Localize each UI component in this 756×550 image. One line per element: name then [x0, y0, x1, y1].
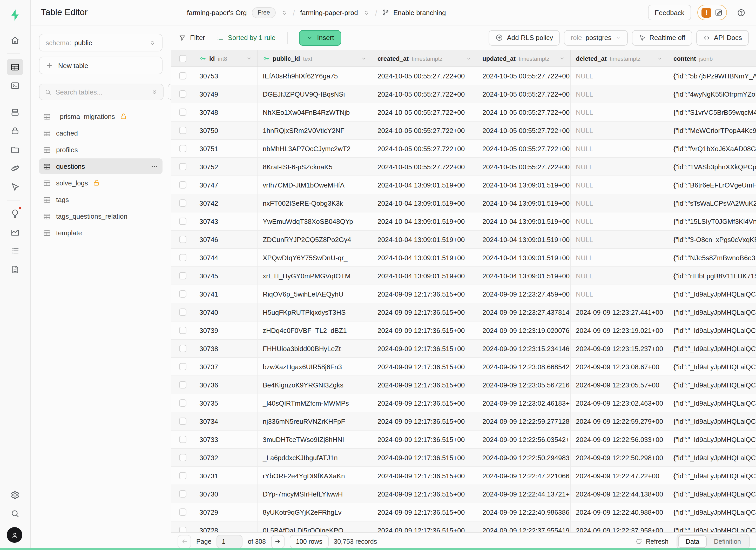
cell-created_at[interactable]: 2024-09-09 12:17:36.515+00	[372, 431, 477, 448]
filter-button[interactable]: Filter	[179, 34, 205, 42]
cell-content[interactable]: {"id":"_Id9aLyJpMHQLaiQC	[668, 412, 756, 430]
cell-id[interactable]: 30731	[194, 467, 258, 485]
cell-updated_at[interactable]: 2024-10-05 00:55:27.722+00	[477, 158, 571, 176]
cell-deleted_at[interactable]: 2024-09-09 12:23:05.57+00	[571, 376, 668, 394]
cell-deleted_at[interactable]: 2024-09-09 12:23:15.237+00	[571, 340, 668, 357]
api-docs-button[interactable]: API Docs	[696, 30, 749, 45]
cell-id[interactable]: 30740	[194, 303, 258, 321]
cell-updated_at[interactable]: 2024-10-05 00:55:27.722+00	[477, 122, 571, 139]
cell-content[interactable]: {"id":"_Id9aLyJpMHQLaiQC	[668, 321, 756, 339]
row-checkbox[interactable]	[179, 90, 186, 98]
cell-updated_at[interactable]: 2024-09-09 12:22:56.03542+00	[477, 431, 571, 448]
cell-id[interactable]: 30752	[194, 158, 258, 176]
row-checkbox[interactable]	[179, 363, 186, 370]
rail-item-table-editor[interactable]	[7, 59, 23, 75]
rail-item-account[interactable]	[7, 527, 22, 543]
rows-per-page-button[interactable]: 100 rows	[290, 535, 328, 548]
cell-public_id[interactable]: 3muDHTceTWso9IZj8hHNI	[258, 431, 372, 448]
cell-public_id[interactable]: 8yUKotr9qGYjK2eFRhgLv	[258, 503, 372, 521]
cell-id[interactable]: 30749	[194, 85, 258, 103]
cell-created_at[interactable]: 2024-10-04 13:09:01.519+00	[372, 176, 477, 194]
cell-created_at[interactable]: 2024-10-04 13:09:01.519+00	[372, 194, 477, 212]
cell-content[interactable]: {"id":"_Id9aLyJpMHQLaiQC	[668, 376, 756, 394]
rail-item-settings[interactable]	[7, 487, 23, 503]
cell-id[interactable]: 30751	[194, 140, 258, 157]
cell-public_id[interactable]: zHDq4c0F0VBF_TL2_dBZ1	[258, 321, 372, 339]
rail-item-command-search[interactable]	[7, 505, 23, 522]
next-page-button[interactable]	[271, 535, 285, 548]
row-checkbox[interactable]	[179, 436, 186, 443]
cell-id[interactable]: 30743	[194, 212, 258, 230]
cell-deleted_at[interactable]: NULL	[571, 158, 668, 176]
cell-public_id[interactable]: _l40sQIRTmMZfcm-MWMPs	[258, 394, 372, 412]
cell-id[interactable]: 30729	[194, 503, 258, 521]
column-menu-icon[interactable]	[466, 56, 471, 61]
cell-updated_at[interactable]: 2024-10-04 13:09:01.519+00	[477, 267, 571, 285]
cell-deleted_at[interactable]: NULL	[571, 212, 668, 230]
cell-created_at[interactable]: 2024-10-05 00:55:27.722+00	[372, 103, 477, 121]
cell-updated_at[interactable]: 2024-09-09 12:22:47.221066+00	[477, 467, 571, 485]
cell-id[interactable]: 30747	[194, 176, 258, 194]
previous-page-button[interactable]	[178, 535, 191, 548]
cell-public_id[interactable]: nj336mN5reuRVNZrKHFpF	[258, 412, 372, 430]
cell-content[interactable]: {"id":"B6tr6eEFLrOVgeUmH	[668, 176, 756, 194]
cell-content[interactable]: {"id":"_Id9aLyJpMHQLaiQC	[668, 503, 756, 521]
cell-created_at[interactable]: 2024-10-05 00:55:27.722+00	[372, 67, 477, 85]
cell-deleted_at[interactable]: NULL	[571, 285, 668, 303]
row-checkbox[interactable]	[179, 345, 186, 352]
cell-updated_at[interactable]: 2024-10-05 00:55:27.722+00	[477, 140, 571, 157]
cell-id[interactable]: 30733	[194, 431, 258, 448]
cell-deleted_at[interactable]: NULL	[571, 249, 668, 266]
row-checkbox[interactable]	[179, 199, 186, 207]
column-menu-icon[interactable]	[559, 56, 565, 61]
select-all-checkbox[interactable]	[179, 55, 186, 62]
cell-content[interactable]: {"id":"NJe5s8ZmBwnoB6e3	[668, 249, 756, 266]
cell-created_at[interactable]: 2024-09-09 12:17:36.515+00	[372, 394, 477, 412]
cell-id[interactable]: 30741	[194, 285, 258, 303]
cell-deleted_at[interactable]: NULL	[571, 231, 668, 248]
row-checkbox[interactable]	[179, 418, 186, 425]
cell-updated_at[interactable]: 2024-09-09 12:23:15.234146+00	[477, 340, 571, 357]
column-header-content[interactable]: contentjsonb	[668, 50, 756, 66]
row-checkbox[interactable]	[179, 109, 186, 116]
row-menu-icon[interactable]	[151, 162, 158, 170]
cell-content[interactable]: {"id":"fvrQ1bXoJ6XaAD08G	[668, 140, 756, 157]
tab-definition[interactable]: Definition	[707, 535, 748, 548]
cell-deleted_at[interactable]: NULL	[571, 122, 668, 139]
cell-deleted_at[interactable]: 2024-09-09 12:23:08.67+00	[571, 358, 668, 375]
plan-badge[interactable]: Free	[252, 7, 275, 18]
schema-select[interactable]: schema: public	[39, 34, 163, 51]
cell-content[interactable]: {"id":"S1vrVC5BrB59wqcM4	[668, 103, 756, 121]
cell-content[interactable]: {"id":"rtHbLpgB8V11LUK7152	[668, 267, 756, 285]
row-checkbox[interactable]	[179, 127, 186, 134]
cell-public_id[interactable]: nbMhHL3AP7OcCJymc2wT2	[258, 140, 372, 157]
cell-created_at[interactable]: 2024-09-09 12:17:36.515+00	[372, 521, 477, 532]
cell-content[interactable]: {"id":"_Id9aLyJpMHQLaiQC	[668, 358, 756, 375]
column-header-deleted_at[interactable]: deleted_attimestamptz	[571, 50, 668, 66]
cell-deleted_at[interactable]: NULL	[571, 140, 668, 157]
cell-created_at[interactable]: 2024-09-09 12:17:36.515+00	[372, 321, 477, 339]
rail-item-database[interactable]	[7, 104, 23, 120]
cell-created_at[interactable]: 2024-09-09 12:17:36.515+00	[372, 376, 477, 394]
chevrons-down-icon[interactable]	[151, 89, 158, 95]
cell-updated_at[interactable]: 2024-09-09 12:23:27.459+00	[477, 285, 571, 303]
chevrons-up-down-icon[interactable]	[363, 9, 370, 16]
cell-id[interactable]: 30750	[194, 122, 258, 139]
cell-content[interactable]: {"id":"_Id9aLyJpMHQLaiQC	[668, 467, 756, 485]
cell-created_at[interactable]: 2024-10-04 13:09:01.519+00	[372, 249, 477, 266]
row-checkbox[interactable]	[179, 508, 186, 516]
sidebar-table-solve_logs[interactable]: solve_logs	[39, 175, 163, 191]
sidebar-table-profiles[interactable]: profiles	[39, 142, 163, 157]
cell-deleted_at[interactable]: NULL	[571, 176, 668, 194]
cell-updated_at[interactable]: 2024-09-09 12:23:02.46183+00	[477, 394, 571, 412]
cell-public_id[interactable]: XPQwDIqY6Y75SwDnU-qr_	[258, 249, 372, 266]
realtime-toggle-button[interactable]: Realtime off	[632, 30, 692, 45]
cell-deleted_at[interactable]: 2024-09-09 12:22:50.298+00	[571, 449, 668, 466]
cell-updated_at[interactable]: 2024-10-04 13:09:01.519+00	[477, 249, 571, 266]
sort-button[interactable]: Sorted by 1 rule	[217, 34, 276, 42]
cell-deleted_at[interactable]: NULL	[571, 194, 668, 212]
cell-updated_at[interactable]: 2024-10-04 13:09:01.519+00	[477, 212, 571, 230]
cell-public_id[interactable]: Be4KignzoK9YRGNI3Zgks	[258, 376, 372, 394]
sidebar-table-template[interactable]: template	[39, 225, 163, 240]
cell-content[interactable]: {"id":"MeWCriorTPopA4Kc9	[668, 122, 756, 139]
